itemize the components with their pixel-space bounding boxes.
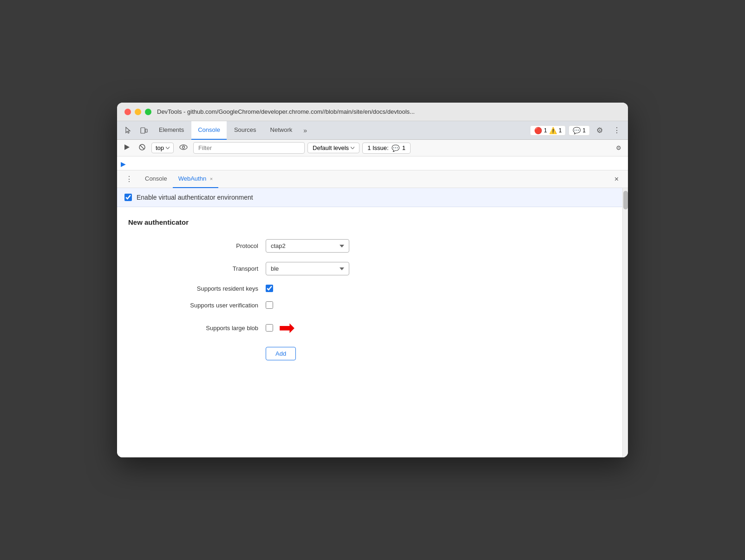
webauthn-content: Enable virtual authenticator environment… [117, 188, 622, 457]
protocol-select[interactable]: ctap2 u2f [266, 239, 349, 253]
block-button[interactable] [136, 142, 149, 154]
transport-label: Transport [156, 265, 258, 272]
scrollbar-track[interactable] [622, 188, 628, 457]
panel-tabs-area: ⋮ Console WebAuthn × × [117, 170, 628, 188]
svg-point-5 [180, 145, 187, 150]
warn-icon: ⚠️ [549, 127, 557, 134]
title-bar: DevTools - github.com/GoogleChrome/devel… [117, 103, 628, 121]
user-verification-label: Supports user verification [156, 302, 258, 309]
svg-rect-0 [141, 128, 145, 133]
devtools-settings-button[interactable]: ⚙ [593, 123, 607, 137]
error-count-badge[interactable]: 🔴 1 ⚠️ 1 [530, 125, 566, 136]
device-icon [140, 127, 148, 134]
context-dropdown[interactable]: top [151, 143, 174, 153]
tab-badges: 🔴 1 ⚠️ 1 💬 1 ⚙ ⋮ [530, 123, 624, 137]
window-title: DevTools - github.com/GoogleChrome/devel… [157, 108, 415, 115]
tab-webauthn[interactable]: WebAuthn × [173, 170, 219, 188]
svg-marker-2 [124, 144, 130, 150]
large-blob-arrow-container: ⬅ [266, 318, 295, 338]
levels-dropdown[interactable]: Default levels [307, 143, 359, 153]
add-button[interactable]: Add [266, 347, 296, 360]
enable-section: Enable virtual authenticator environment [117, 188, 622, 207]
transport-row: Transport ble usb nfc internal [156, 262, 435, 275]
blue-cursor: ▶ [121, 160, 126, 168]
tab-console[interactable]: Console [191, 121, 227, 140]
filter-input[interactable] [193, 142, 305, 154]
tab-console-panel[interactable]: Console [139, 170, 173, 188]
content-area: Enable virtual authenticator environment… [117, 188, 628, 457]
more-tabs-button[interactable]: » [300, 124, 311, 137]
info-icon: 💬 [573, 127, 581, 134]
issue-label: 1 Issue: [367, 144, 389, 151]
protocol-row: Protocol ctap2 u2f [156, 239, 435, 253]
devtools-window: DevTools - github.com/GoogleChrome/devel… [117, 103, 628, 457]
execute-button[interactable] [121, 142, 133, 154]
panel-close-button[interactable]: × [611, 173, 622, 185]
new-auth-title: New authenticator [128, 218, 611, 226]
close-button[interactable] [124, 109, 131, 115]
panel-more-button[interactable]: ⋮ [123, 173, 136, 185]
error-icon: 🔴 [534, 127, 542, 134]
webauthn-close-icon[interactable]: × [210, 176, 213, 182]
issue-count: 1 [402, 144, 405, 151]
issue-info-icon: 💬 [392, 144, 399, 152]
webauthn-label: WebAuthn [178, 175, 206, 182]
maximize-button[interactable] [145, 109, 151, 115]
resident-keys-label: Supports resident keys [156, 285, 258, 292]
console-output: ▶ [117, 156, 628, 170]
info-count: 1 [582, 127, 586, 134]
svg-line-4 [140, 145, 144, 150]
tab-network[interactable]: Network [264, 121, 299, 140]
devtools-more-button[interactable]: ⋮ [609, 123, 624, 137]
add-button-row: Add [156, 347, 435, 360]
large-blob-row: Supports large blob ⬅ [156, 318, 435, 338]
cursor-icon [124, 127, 132, 134]
info-count-badge[interactable]: 💬 1 [569, 125, 590, 136]
user-verification-row: Supports user verification [156, 301, 435, 309]
error-count: 1 [544, 127, 547, 134]
levels-label: Default levels [313, 144, 349, 151]
issue-badge[interactable]: 1 Issue: 💬 1 [362, 143, 411, 154]
eye-icon [179, 144, 188, 150]
devtools-tabs-bar: Elements Console Sources Network » 🔴 1 ⚠… [117, 121, 628, 140]
resident-keys-checkbox[interactable] [266, 285, 273, 292]
large-blob-checkbox[interactable] [266, 324, 273, 332]
inspect-icon-btn[interactable] [121, 124, 136, 137]
red-arrow-icon: ⬅ [279, 318, 295, 338]
enable-label: Enable virtual authenticator environment [137, 194, 253, 201]
enable-checkbox[interactable] [124, 194, 132, 201]
authenticator-form: Protocol ctap2 u2f Transport ble usb nfc… [156, 239, 435, 360]
eye-button[interactable] [176, 143, 190, 153]
warn-count: 1 [559, 127, 562, 134]
console-settings-button[interactable]: ⚙ [613, 143, 624, 153]
play-icon [124, 144, 130, 150]
levels-chevron-icon [351, 147, 354, 149]
protocol-label: Protocol [156, 242, 258, 249]
console-panel-label: Console [145, 175, 167, 182]
chevron-down-icon [166, 147, 170, 149]
context-value: top [156, 144, 164, 151]
console-toolbar: top Default levels 1 Issue: 💬 1 ⚙ [117, 140, 628, 156]
user-verification-checkbox[interactable] [266, 301, 273, 309]
large-blob-label: Supports large blob [156, 325, 258, 332]
resident-keys-row: Supports resident keys [156, 285, 435, 292]
scrollbar-thumb[interactable] [623, 191, 628, 209]
svg-rect-1 [145, 129, 147, 132]
minimize-button[interactable] [135, 109, 141, 115]
traffic-lights [124, 109, 151, 115]
device-icon-btn[interactable] [137, 124, 151, 137]
block-icon [138, 143, 146, 151]
tab-sources[interactable]: Sources [228, 121, 263, 140]
console-area: ▶ [117, 156, 628, 170]
tab-elements[interactable]: Elements [152, 121, 190, 140]
svg-point-6 [183, 146, 185, 149]
transport-select[interactable]: ble usb nfc internal [266, 262, 349, 275]
